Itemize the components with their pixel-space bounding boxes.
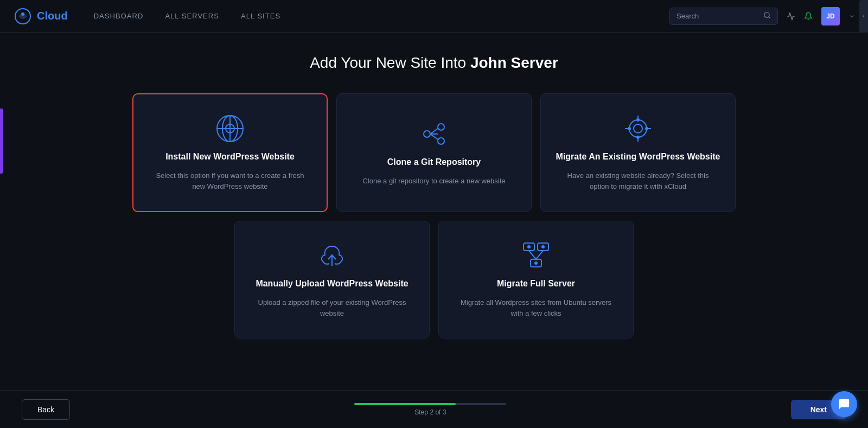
card-migrate-server[interactable]: Migrate Full Server Migrate all Wordpres… [438,221,634,338]
page-title: Add Your New Site Into John Server [310,54,558,72]
upload-icon [317,241,347,270]
bottom-bar: Back Step 2 of 3 Next [0,390,868,428]
svg-point-13 [629,120,647,137]
activity-icon[interactable] [787,12,795,21]
svg-point-27 [541,245,545,248]
svg-point-9 [438,138,444,144]
svg-point-25 [527,245,531,248]
nav-right: JD [669,7,855,25]
left-accent [0,108,3,174]
svg-point-22 [636,136,640,139]
avatar[interactable]: JD [821,7,840,25]
step-indicator: Step 2 of 3 [70,403,791,416]
nav-all-servers[interactable]: ALL SERVERS [165,12,219,20]
card-upload-wp-desc: Upload a zipped file of your existing Wo… [256,297,408,318]
card-migrate-server-title: Migrate Full Server [497,279,575,289]
chevron-down-icon[interactable] [848,13,855,20]
server-migrate-icon [521,241,551,270]
card-install-wp-title: Install New WordPress Website [165,152,295,162]
search-bar[interactable] [669,8,778,25]
card-clone-git-desc: Clone a git repository to create a new w… [362,176,505,187]
nav-all-sites[interactable]: ALL SITES [241,12,280,20]
svg-point-7 [438,124,444,130]
sidebar-toggle[interactable]: ‹ [859,0,868,33]
main-content: Add Your New Site Into John Server Insta… [0,33,868,360]
card-upload-wp[interactable]: Manually Upload WordPress Website Upload… [234,221,430,338]
logo[interactable]: Cloud [13,7,68,26]
migrate-wp-icon [623,114,653,143]
logo-text: Cloud [37,10,68,22]
search-input[interactable] [676,12,759,20]
card-migrate-wp-desc: Have an existing website already? Select… [562,170,714,191]
svg-point-8 [424,131,430,137]
svg-point-20 [645,127,648,130]
nav-links: DASHBOARD ALL SERVERS ALL SITES [94,12,669,20]
notification-icon[interactable] [804,12,813,21]
search-icon [763,11,771,21]
card-clone-git-title: Clone a Git Repository [387,157,481,167]
svg-line-11 [430,129,438,134]
git-icon [419,119,449,149]
svg-point-29 [534,261,538,265]
nav-dashboard[interactable]: DASHBOARD [94,12,144,20]
back-button[interactable]: Back [22,399,70,420]
card-migrate-wp-title: Migrate An Existing WordPress Website [556,152,720,162]
svg-point-19 [628,127,631,130]
card-install-wp[interactable]: Install New WordPress Website Select thi… [132,93,328,212]
svg-line-12 [430,134,438,139]
step-label: Step 2 of 3 [414,408,446,416]
card-migrate-wp[interactable]: Migrate An Existing WordPress Website Ha… [540,93,736,212]
navbar: Cloud DASHBOARD ALL SERVERS ALL SITES JD [0,0,868,33]
cards-grid-row2: Manually Upload WordPress Website Upload… [234,221,634,338]
svg-line-30 [529,251,536,259]
step-bar-track [354,403,506,405]
svg-point-1 [764,12,769,17]
card-install-wp-desc: Select this option if you want to a crea… [154,170,306,191]
svg-point-21 [636,118,640,122]
logo-icon [13,7,33,26]
svg-point-14 [634,124,642,133]
svg-line-31 [536,251,543,259]
card-clone-git[interactable]: Clone a Git Repository Clone a git repos… [336,93,532,212]
card-upload-wp-title: Manually Upload WordPress Website [256,279,408,289]
svg-point-0 [21,12,24,16]
card-migrate-server-desc: Migrate all Wordpress sites from Ubuntu … [460,297,612,318]
cards-grid-row1: Install New WordPress Website Select thi… [132,93,736,212]
chat-bubble[interactable] [831,391,857,417]
wordpress-icon [215,114,245,143]
step-bar-fill [354,403,455,405]
